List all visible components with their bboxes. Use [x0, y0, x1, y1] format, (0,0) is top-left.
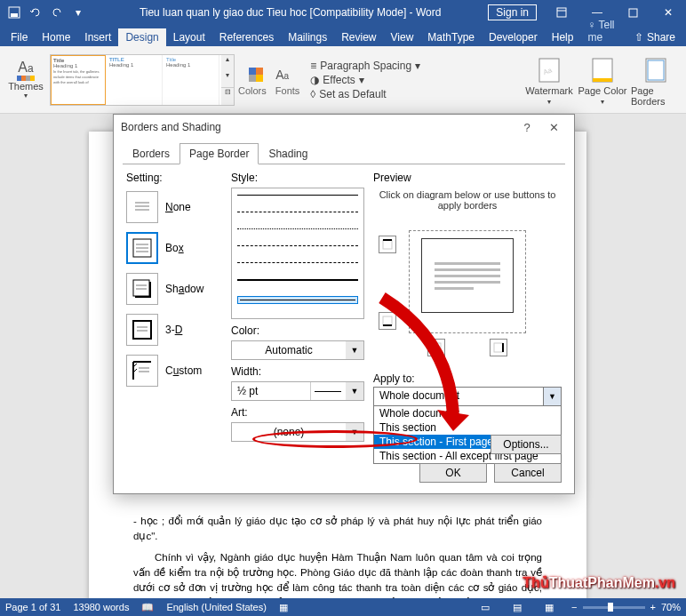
- ribbon-design: Aa Themes ▾ TitleHeading 1In the Insert …: [0, 46, 686, 114]
- tab-borders[interactable]: Borders: [123, 143, 179, 164]
- border-style-option-selected[interactable]: [237, 296, 358, 304]
- width-dropdown[interactable]: ½ pt ▼: [231, 381, 364, 401]
- preview-page[interactable]: [421, 238, 514, 313]
- tab-shading[interactable]: Shading: [259, 143, 317, 164]
- tab-mathtype[interactable]: MathType: [420, 28, 482, 46]
- border-bottom-toggle[interactable]: [379, 312, 396, 330]
- page-color-icon: [589, 57, 616, 84]
- style-set-thumb[interactable]: TITLEHeading 1: [108, 55, 163, 105]
- cancel-button[interactable]: Cancel: [494, 463, 562, 483]
- svg-rect-26: [383, 240, 392, 249]
- zoom-out-icon[interactable]: −: [571, 602, 577, 612]
- doc-paragraph: Chính vì vậy, Ngành giáo dục huyện Hàm T…: [133, 550, 542, 599]
- border-style-option[interactable]: [237, 279, 358, 293]
- setting-box[interactable]: Box: [126, 232, 222, 264]
- tab-mailings[interactable]: Mailings: [281, 28, 334, 46]
- page-borders-button[interactable]: Page Borders: [631, 53, 681, 107]
- apply-to-dropdown[interactable]: Whole document ▼: [373, 387, 562, 406]
- svg-rect-22: [137, 326, 148, 328]
- setting-shadow[interactable]: Shadow: [126, 273, 222, 305]
- watermark-button[interactable]: Aa Watermark▾: [524, 53, 574, 106]
- sign-in-button[interactable]: Sign in: [488, 4, 537, 20]
- read-mode-icon[interactable]: ▭: [475, 599, 495, 615]
- border-style-option[interactable]: [237, 245, 358, 260]
- tab-view[interactable]: View: [384, 28, 421, 46]
- svg-rect-29: [494, 343, 503, 352]
- style-set-thumb[interactable]: TitleHeading 1In the Insert tab, the gal…: [51, 55, 106, 105]
- redo-icon[interactable]: [46, 0, 68, 25]
- tab-page-border[interactable]: Page Border: [179, 143, 259, 164]
- ribbon-tab-strip: File Home Insert Design Layout Reference…: [0, 25, 686, 46]
- tell-me[interactable]: ♀ Tell me: [580, 16, 627, 46]
- close-icon[interactable]: ✕: [650, 0, 686, 25]
- dialog-close-icon[interactable]: ✕: [540, 115, 567, 140]
- macro-icon[interactable]: ▦: [279, 602, 288, 613]
- tab-insert[interactable]: Insert: [77, 28, 118, 46]
- border-left-toggle[interactable]: [427, 339, 445, 356]
- language-indicator[interactable]: English (United States): [166, 602, 267, 612]
- style-label: Style:: [231, 172, 364, 184]
- page-indicator[interactable]: Page 1 of 31: [5, 602, 60, 612]
- color-label: Color:: [231, 324, 364, 337]
- border-style-option[interactable]: [237, 212, 358, 226]
- tab-help[interactable]: Help: [545, 28, 581, 46]
- tab-design[interactable]: Design: [118, 28, 165, 46]
- tab-references[interactable]: References: [212, 28, 281, 46]
- share-button[interactable]: ⇧Share: [627, 28, 682, 46]
- set-default-button[interactable]: ◊Set as Default: [310, 88, 420, 100]
- color-dropdown[interactable]: Automatic ▼: [231, 340, 364, 360]
- svg-rect-8: [646, 59, 666, 82]
- border-top-toggle[interactable]: [379, 236, 396, 253]
- svg-rect-16: [136, 251, 148, 252]
- dialog-help-icon[interactable]: ?: [514, 115, 540, 140]
- doc-paragraph: - học ; đổi mới quản lý giáo dục tạo cơ …: [133, 514, 542, 545]
- setting-3d[interactable]: 3-D: [126, 314, 222, 346]
- save-icon[interactable]: [4, 0, 25, 25]
- undo-icon[interactable]: [25, 0, 46, 25]
- border-style-option[interactable]: [237, 262, 358, 276]
- setting-custom[interactable]: Custom: [126, 355, 222, 387]
- apply-option[interactable]: Whole document: [374, 406, 561, 420]
- preview-diagram[interactable]: [373, 218, 562, 333]
- web-layout-icon[interactable]: ▦: [539, 599, 559, 615]
- apply-option[interactable]: This section: [374, 420, 561, 435]
- art-dropdown[interactable]: (none) ▼: [231, 422, 364, 442]
- border-style-option[interactable]: [237, 195, 358, 209]
- paragraph-spacing-button[interactable]: ≡Paragraph Spacing ▾: [310, 60, 420, 72]
- document-formatting-gallery[interactable]: TitleHeading 1In the Insert tab, the gal…: [50, 54, 235, 106]
- qat-more-icon[interactable]: ▾: [68, 0, 89, 25]
- tab-file[interactable]: File: [4, 28, 35, 46]
- svg-rect-2: [557, 8, 566, 17]
- colors-button[interactable]: [245, 64, 267, 85]
- tab-developer[interactable]: Developer: [482, 28, 545, 46]
- ok-button[interactable]: OK: [419, 463, 487, 483]
- chevron-down-icon: ▼: [346, 341, 363, 359]
- options-button[interactable]: Options...: [491, 435, 562, 454]
- word-count[interactable]: 13980 words: [73, 602, 129, 612]
- effects-button[interactable]: ◑Effects ▾: [310, 74, 420, 86]
- proofing-icon[interactable]: 📖: [141, 602, 154, 613]
- default-icon: ◊: [310, 88, 315, 100]
- tab-review[interactable]: Review: [334, 28, 383, 46]
- ribbon-options-icon[interactable]: [544, 0, 579, 25]
- tab-layout[interactable]: Layout: [166, 28, 212, 46]
- preview-label: Preview: [373, 172, 562, 184]
- style-set-thumb[interactable]: TitleHeading 1: [164, 55, 219, 105]
- svg-rect-19: [136, 284, 147, 286]
- zoom-slider[interactable]: [583, 606, 645, 609]
- style-list[interactable]: [231, 188, 364, 319]
- setting-label: Setting:: [126, 172, 222, 184]
- svg-rect-25: [139, 371, 149, 372]
- tab-home[interactable]: Home: [35, 28, 77, 46]
- fonts-button[interactable]: Aa: [272, 64, 293, 85]
- themes-label: Themes: [8, 81, 44, 92]
- setting-none[interactable]: None: [126, 191, 222, 223]
- themes-button[interactable]: Aa Themes ▾: [5, 53, 46, 107]
- border-style-option[interactable]: [237, 228, 358, 243]
- print-layout-icon[interactable]: ▤: [507, 599, 527, 615]
- zoom-in-icon[interactable]: +: [650, 602, 656, 612]
- page-color-button[interactable]: Page Color▾: [578, 53, 627, 106]
- page-borders-icon: [642, 57, 669, 84]
- zoom-level[interactable]: 70%: [661, 602, 681, 612]
- border-right-toggle[interactable]: [490, 339, 507, 356]
